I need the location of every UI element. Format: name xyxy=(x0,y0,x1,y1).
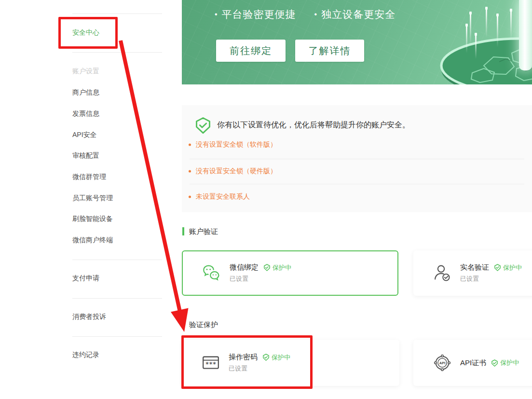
card-operation-password[interactable]: *** 操作密码 保护中 已设置 xyxy=(182,340,399,386)
sidebar-divider xyxy=(72,14,162,14)
light-beam xyxy=(510,12,512,39)
sidebar-item-merchant-terminal[interactable]: 微信商户终端 xyxy=(72,236,113,245)
sidebar-item-merchant-info[interactable]: 商户信息 xyxy=(72,88,99,97)
shield-check-icon xyxy=(494,264,501,271)
card-title: API证书 xyxy=(460,358,486,368)
sidebar-item-invoice-info[interactable]: 发票信息 xyxy=(72,110,99,118)
card-api-certificate[interactable]: API API证书 保护中 xyxy=(413,340,532,386)
sidebar-item-payment-apply[interactable]: 支付申请 xyxy=(72,274,99,283)
status-label: 保护中 xyxy=(503,263,522,272)
status-badge: 保护中 xyxy=(263,263,291,272)
banner-feature-text: 独立设备更安全 xyxy=(321,8,396,21)
hexagon-platform-illustration xyxy=(411,18,532,84)
notice-message: 你有以下设置待优化，优化后将帮助提升你的账户安全。 xyxy=(217,120,410,130)
card-title: 操作密码 xyxy=(229,353,258,362)
shield-check-icon xyxy=(263,264,271,271)
notice-divider xyxy=(190,159,524,159)
status-badge: 保护中 xyxy=(262,353,290,362)
card-text: 微信绑定 保护中 已设置 xyxy=(230,263,291,283)
promo-banner: • 平台验密更便捷 • 独立设备更安全 前往绑定 了解详情 xyxy=(182,0,532,84)
card-title: 实名验证 xyxy=(460,263,489,272)
notice-item-softlock[interactable]: 没有设置安全锁（软件版） xyxy=(196,140,277,149)
sidebar-item-staff-accounts[interactable]: 员工账号管理 xyxy=(72,194,113,203)
section-title-verification-protection: 验证保护 xyxy=(189,320,218,330)
go-bind-button[interactable]: 前往绑定 xyxy=(216,40,286,62)
sidebar-divider xyxy=(72,298,162,299)
notice-divider xyxy=(190,184,524,184)
card-realname-verification[interactable]: 实名验证 保护中 已设置 xyxy=(413,250,532,296)
notice-item-hardlock[interactable]: 没有设置安全锁（硬件版） xyxy=(196,167,277,176)
bullet-icon xyxy=(189,170,191,173)
card-text: 实名验证 保护中 已设置 xyxy=(460,263,522,283)
card-wechat-binding[interactable]: 微信绑定 保护中 已设置 xyxy=(182,250,398,296)
svg-text:***: *** xyxy=(205,360,217,368)
light-beam xyxy=(486,10,487,38)
banner-feature-text: 平台验密更便捷 xyxy=(222,8,296,21)
sidebar-item-wechat-group[interactable]: 微信群管理 xyxy=(72,173,106,181)
status-label: 保护中 xyxy=(273,263,291,272)
shield-check-icon xyxy=(194,117,212,134)
card-text: 操作密码 保护中 已设置 xyxy=(229,353,290,373)
banner-features: • 平台验密更便捷 • 独立设备更安全 xyxy=(215,8,396,21)
notice-item-contact[interactable]: 未设置安全联系人 xyxy=(196,193,250,201)
bullet-icon xyxy=(189,196,191,198)
sidebar-item-review-config[interactable]: 审核配置 xyxy=(72,151,99,160)
banner-feature: • 独立设备更安全 xyxy=(314,8,396,21)
status-label: 保护中 xyxy=(500,358,519,367)
light-beam xyxy=(466,27,467,53)
sidebar-divider xyxy=(72,336,162,337)
sidebar: 安全中心 账户设置 商户信息 发票信息 API安全 审核配置 微信群管理 员工账… xyxy=(0,0,162,399)
banner-feature: • 平台验密更便捷 xyxy=(215,8,296,21)
sidebar-item-account-settings[interactable]: 账户设置 xyxy=(72,67,99,76)
section-bar xyxy=(182,227,184,235)
status-badge: 保护中 xyxy=(494,263,522,272)
card-subtitle: 已设置 xyxy=(460,275,522,283)
wechat-icon xyxy=(202,263,221,283)
light-beam xyxy=(470,14,471,44)
sidebar-item-security-center[interactable]: 安全中心 xyxy=(72,28,99,37)
shield-check-icon xyxy=(262,354,270,361)
section-title-account-verification: 账户验证 xyxy=(189,227,218,236)
sidebar-item-api-security[interactable]: API安全 xyxy=(72,131,97,139)
bullet-icon xyxy=(189,144,191,146)
card-subtitle: 已设置 xyxy=(229,364,290,373)
light-beam xyxy=(475,36,477,59)
light-pillar-illustration xyxy=(519,0,532,70)
sidebar-divider xyxy=(72,52,162,53)
password-icon: *** xyxy=(201,353,220,372)
bullet-icon: • xyxy=(314,10,318,19)
status-label: 保护中 xyxy=(272,353,290,362)
bullet-icon: • xyxy=(215,10,218,19)
security-notice-box: 你有以下设置待优化，优化后将帮助提升你的账户安全。 没有设置安全锁（软件版） 没… xyxy=(182,105,532,212)
sidebar-divider xyxy=(72,260,162,260)
shield-check-icon xyxy=(491,359,498,367)
status-badge: 保护中 xyxy=(491,358,519,367)
learn-more-button[interactable]: 了解详情 xyxy=(295,40,364,62)
sidebar-item-face-devices[interactable]: 刷脸智能设备 xyxy=(72,215,113,223)
card-text: API证书 保护中 xyxy=(460,358,519,368)
person-verified-icon xyxy=(433,263,452,283)
sidebar-item-violation-records[interactable]: 违约记录 xyxy=(72,351,99,359)
sidebar-item-consumer-complaints[interactable]: 消费者投诉 xyxy=(72,313,106,321)
section-bar xyxy=(182,320,184,329)
api-cert-icon: API xyxy=(433,353,452,372)
card-title: 微信绑定 xyxy=(230,263,259,272)
light-beam xyxy=(497,16,498,47)
svg-text:API: API xyxy=(439,361,446,365)
card-subtitle: 已设置 xyxy=(230,275,291,283)
